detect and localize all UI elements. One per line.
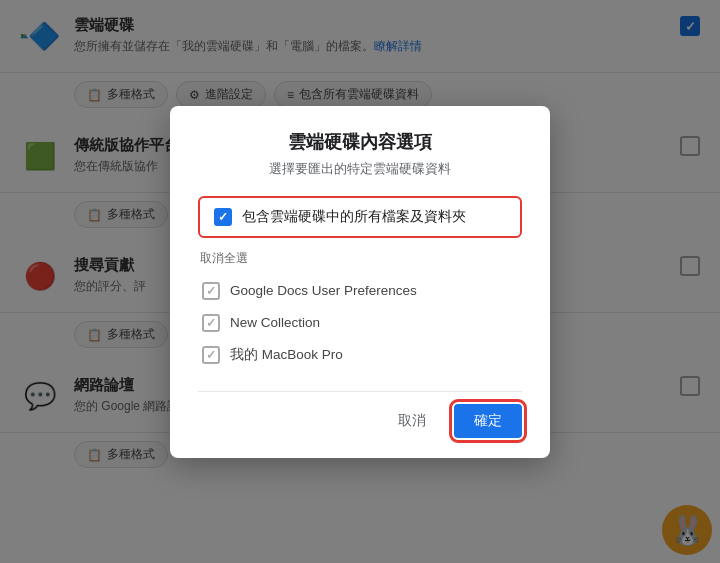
confirm-button[interactable]: 確定 <box>454 404 522 438</box>
sub-option-new-collection-checkbox[interactable] <box>202 314 220 332</box>
cancel-button[interactable]: 取消 <box>386 404 438 438</box>
deselect-all-label: 取消全選 <box>198 250 522 267</box>
dialog: 雲端硬碟內容選項 選擇要匯出的特定雲端硬碟資料 包含雲端硬碟中的所有檔案及資料夾… <box>170 106 550 458</box>
sub-option-google-docs-label: Google Docs User Preferences <box>230 283 417 298</box>
modal-overlay: 雲端硬碟內容選項 選擇要匯出的特定雲端硬碟資料 包含雲端硬碟中的所有檔案及資料夾… <box>0 0 720 563</box>
dialog-title: 雲端硬碟內容選項 <box>198 130 522 154</box>
sub-option-new-collection: New Collection <box>202 307 522 339</box>
sub-option-macbook-pro-checkbox[interactable] <box>202 346 220 364</box>
sub-option-google-docs-checkbox[interactable] <box>202 282 220 300</box>
sub-option-macbook-pro: 我的 MacBook Pro <box>202 339 522 371</box>
sub-option-new-collection-label: New Collection <box>230 315 320 330</box>
main-option-label: 包含雲端硬碟中的所有檔案及資料夾 <box>242 208 466 226</box>
sub-option-google-docs: Google Docs User Preferences <box>202 275 522 307</box>
main-option[interactable]: 包含雲端硬碟中的所有檔案及資料夾 <box>198 196 522 238</box>
dialog-subtitle: 選擇要匯出的特定雲端硬碟資料 <box>198 160 522 178</box>
sub-options-list: Google Docs User Preferences New Collect… <box>202 275 522 371</box>
dialog-footer: 取消 確定 <box>198 391 522 438</box>
sub-option-macbook-pro-label: 我的 MacBook Pro <box>230 346 343 364</box>
main-option-checkbox[interactable] <box>214 208 232 226</box>
